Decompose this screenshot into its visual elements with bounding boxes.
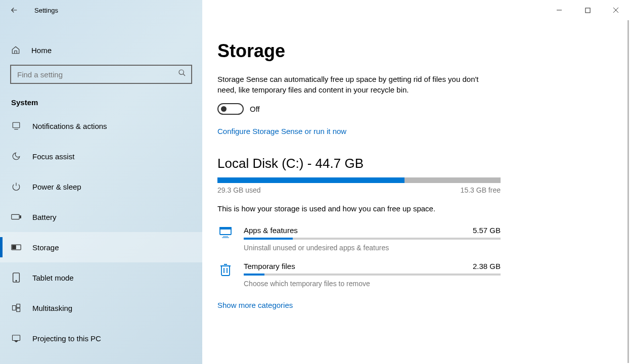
category-bar-fill [244, 238, 293, 240]
sidebar-item-focus-assist[interactable]: Focus assist [0, 141, 202, 171]
back-button[interactable] [9, 5, 19, 15]
sidebar-item-storage[interactable]: Storage [0, 232, 202, 262]
svg-rect-3 [20, 216, 21, 218]
svg-rect-2 [12, 214, 19, 219]
svg-rect-1 [13, 122, 20, 128]
storage-sense-toggle-row: Off [217, 103, 600, 115]
sidebar-item-notifications-actions[interactable]: Notifications & actions [0, 111, 202, 141]
apps-icon [217, 226, 234, 252]
battery-icon [11, 213, 21, 220]
sidebar-item-multitasking[interactable]: Multitasking [0, 293, 202, 323]
project-icon [11, 334, 21, 343]
nav-list: Notifications & actionsFocus assistPower… [0, 111, 202, 364]
search-input[interactable] [10, 65, 192, 84]
category-apps-features[interactable]: Apps & features5.57 GBUninstall unused o… [217, 221, 501, 257]
sidebar-item-battery[interactable]: Battery [0, 202, 202, 232]
svg-rect-8 [13, 306, 16, 310]
page-title: Storage [217, 40, 600, 62]
svg-rect-10 [17, 308, 20, 312]
category-size: 5.57 GB [473, 226, 501, 235]
toggle-knob [221, 106, 227, 112]
category-size: 2.38 GB [473, 262, 501, 270]
category-body: Temporary files2.38 GBChoose which tempo… [244, 262, 501, 288]
sidebar-item-label: Focus assist [32, 152, 74, 161]
power-icon [11, 182, 21, 191]
storage-sense-toggle[interactable] [217, 103, 244, 115]
category-temporary-files[interactable]: Temporary files2.38 GBChoose which tempo… [217, 257, 501, 293]
group-label: System [0, 84, 202, 111]
sidebar-item-home[interactable]: Home [0, 40, 202, 60]
home-label: Home [31, 46, 52, 55]
tablet-icon [11, 272, 21, 283]
sidebar-item-label: Projecting to this PC [32, 334, 101, 343]
category-name: Apps & features [244, 226, 298, 235]
category-subtitle: Choose which temporary files to remove [244, 280, 501, 288]
svg-rect-14 [220, 228, 231, 229]
category-header: Apps & features5.57 GB [244, 226, 501, 235]
svg-rect-12 [585, 8, 590, 12]
drive-icon [11, 244, 21, 251]
category-header: Temporary files2.38 GB [244, 262, 501, 270]
maximize-button[interactable] [573, 0, 602, 20]
configure-storage-sense-link[interactable]: Configure Storage Sense or run it now [217, 127, 346, 135]
sidebar-item-label: Power & sleep [32, 183, 81, 191]
window-controls [202, 0, 630, 20]
sidebar-item-label: Multitasking [32, 304, 72, 312]
storage-sense-description: Storage Sense can automatically free up … [217, 74, 480, 95]
category-bar [244, 238, 501, 240]
main: Storage Storage Sense can automatically … [202, 0, 630, 364]
usage-description: This is how your storage is used and how… [217, 204, 600, 213]
maximize-icon [585, 8, 591, 13]
search-wrap [0, 60, 202, 84]
show-more-categories-link[interactable]: Show more categories [217, 301, 293, 309]
disk-free-label: 15.3 GB free [461, 186, 501, 194]
disk-used-label: 29.3 GB used [217, 186, 261, 194]
content: Storage Storage Sense can automatically … [202, 20, 630, 364]
minimize-button[interactable] [545, 0, 573, 20]
close-icon [613, 7, 619, 13]
multitask-icon [11, 303, 21, 312]
svg-rect-5 [13, 246, 16, 249]
app-title: Settings [34, 7, 58, 14]
moon-icon [11, 152, 21, 161]
category-body: Apps & features5.57 GBUninstall unused o… [244, 226, 501, 252]
disk-stats: 29.3 GB used 15.3 GB free [217, 186, 501, 194]
sidebar-item-power-sleep[interactable]: Power & sleep [0, 171, 202, 202]
category-subtitle: Uninstall unused or undesired apps & fea… [244, 244, 501, 252]
titlebar-left: Settings [0, 0, 202, 20]
svg-point-7 [16, 280, 17, 281]
category-bar [244, 274, 501, 276]
sidebar-item-projecting-to-this-pc[interactable]: Projecting to this PC [0, 323, 202, 353]
sidebar-item-label: Notifications & actions [32, 122, 107, 130]
sidebar-item-label: Tablet mode [32, 274, 74, 282]
disk-title: Local Disk (C:) - 44.7 GB [217, 156, 600, 171]
arrow-left-icon [10, 6, 19, 15]
svg-rect-11 [13, 335, 20, 341]
category-bar-fill [244, 274, 264, 276]
toggle-state-label: Off [250, 105, 260, 113]
sidebar-item-tablet-mode[interactable]: Tablet mode [0, 262, 202, 293]
category-name: Temporary files [244, 262, 295, 270]
disk-usage-bar [217, 177, 501, 183]
sidebar-item-label: Storage [32, 243, 59, 252]
monitor-icon [11, 121, 21, 130]
trash-icon [217, 262, 234, 288]
svg-rect-9 [17, 304, 20, 308]
close-button[interactable] [602, 0, 630, 20]
home-icon [11, 46, 20, 55]
sidebar-item-label: Battery [32, 213, 57, 221]
scrollbar[interactable] [627, 20, 629, 363]
sidebar: Settings Home System Notifications & act… [0, 0, 202, 364]
minimize-icon [556, 7, 562, 13]
disk-usage-fill [217, 177, 404, 183]
